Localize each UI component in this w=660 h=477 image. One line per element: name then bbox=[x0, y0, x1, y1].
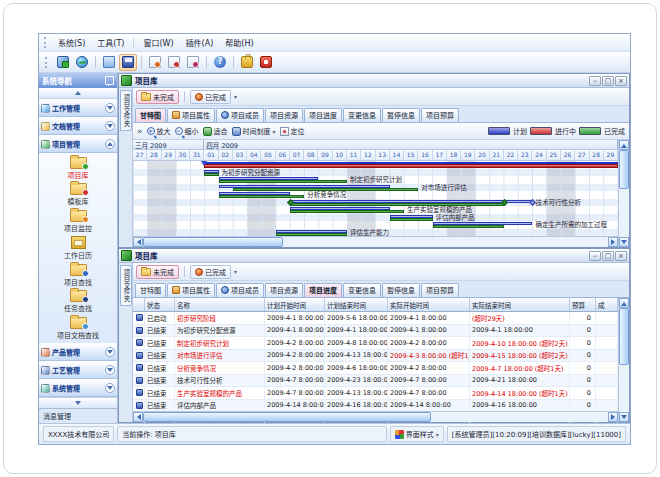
sidebar-section-4[interactable]: 工艺管理 bbox=[39, 361, 117, 379]
sidebar-section-3[interactable]: 产品管理 bbox=[39, 343, 117, 361]
filter-未完成-button[interactable]: 未完成 bbox=[136, 90, 179, 104]
scrollbar-thumb[interactable] bbox=[143, 412, 431, 422]
tab-项目进度[interactable]: 项目进度 bbox=[304, 283, 342, 297]
project-folder-tab[interactable]: 项目文件夹 bbox=[120, 265, 132, 306]
exit-button[interactable] bbox=[257, 54, 275, 71]
scrollbar-thumb[interactable] bbox=[619, 308, 629, 365]
gantt-zoom-out-button[interactable]: −缩小 bbox=[175, 126, 199, 136]
scroll-left-button[interactable] bbox=[133, 237, 143, 247]
gantt-task-row[interactable]: 生产实验室规模的产品 bbox=[133, 206, 618, 214]
scroll-left-button[interactable] bbox=[133, 412, 143, 422]
pin-icon[interactable] bbox=[105, 76, 114, 85]
column-header[interactable]: 实际开始时间 bbox=[388, 298, 470, 311]
help-button[interactable] bbox=[211, 54, 229, 71]
gantt-task-row[interactable]: 制定初步研究计划 bbox=[133, 176, 618, 184]
filter-未完成-button[interactable]: 未完成 bbox=[136, 265, 179, 279]
table-window-titlebar[interactable]: 项目库 ‒ □ × bbox=[119, 249, 629, 263]
gantt-task-row[interactable]: 为初步研究分配资源 bbox=[133, 169, 618, 177]
tab-暂停信息[interactable]: 暂停信息 bbox=[382, 283, 420, 297]
gantt-task-row[interactable] bbox=[133, 161, 618, 169]
tab-项目进度[interactable]: 项目进度 bbox=[304, 108, 342, 122]
table-row[interactable]: 已结束生产实验室规模的产品2009-4-7 8:00:002009-4-13 1… bbox=[133, 387, 618, 400]
system-button[interactable] bbox=[54, 54, 72, 71]
tab-项目属性[interactable]: 项目属性 bbox=[167, 108, 215, 122]
toolbar-grip[interactable] bbox=[44, 37, 49, 48]
tab-变更信息[interactable]: 变更信息 bbox=[343, 283, 381, 297]
gantt-task-row[interactable]: 确定生产所需的加工过程 bbox=[133, 221, 618, 229]
tab-甘特图[interactable]: 甘特图 bbox=[135, 283, 166, 297]
gantt-canvas[interactable]: 为初步研究分配资源制定初步研究计划对市场进行评估分析竞争情况技术可行性分析生产实… bbox=[133, 161, 618, 236]
section-toggle-button[interactable] bbox=[105, 121, 115, 131]
sidebar-item-模板库[interactable]: 模板库 bbox=[68, 183, 89, 206]
scroll-right-button[interactable] bbox=[608, 412, 618, 422]
sidebar-overflow-button[interactable] bbox=[39, 397, 117, 408]
table-row[interactable]: 已结束制定初步研究计划2009-4-2 8:00:002009-4-8 18:0… bbox=[133, 337, 618, 350]
maximize-button[interactable]: □ bbox=[602, 251, 614, 261]
ui-style-selector[interactable]: 界面样式 ▾ bbox=[390, 426, 444, 442]
menu-item-0[interactable]: 系统(S) bbox=[52, 35, 91, 50]
column-header[interactable] bbox=[133, 298, 145, 311]
minimize-button[interactable]: ‒ bbox=[589, 251, 601, 261]
sidebar-item-工作日历[interactable]: 工作日历 bbox=[64, 236, 92, 260]
tab-项目属性[interactable]: 项目属性 bbox=[167, 283, 215, 297]
open-folder-button[interactable] bbox=[100, 54, 118, 71]
gantt-task-row[interactable]: 评估生产能力 bbox=[133, 229, 618, 237]
filter-已完成-button[interactable]: 已完成 bbox=[190, 265, 231, 279]
tab-项目成员[interactable]: 项目成员 bbox=[216, 108, 264, 122]
gantt-horizontal-scrollbar[interactable] bbox=[133, 236, 618, 247]
overflow-chevron-icon[interactable]: » bbox=[137, 127, 143, 136]
sidebar-section-0[interactable]: 工作管理 bbox=[39, 99, 117, 117]
gantt-task-row[interactable]: 评估内部产品 bbox=[133, 214, 618, 222]
tab-暂停信息[interactable]: 暂停信息 bbox=[382, 108, 420, 122]
sidebar-item-项目监控[interactable]: 项目监控 bbox=[64, 210, 92, 233]
gantt-locate-button[interactable]: 定位 bbox=[280, 126, 305, 136]
scrollbar-thumb[interactable] bbox=[143, 237, 283, 247]
tab-甘特图[interactable]: 甘特图 bbox=[135, 108, 166, 122]
gantt-task-row[interactable]: 分析竞争情况 bbox=[133, 191, 618, 199]
overflow-chevron-icon[interactable]: ▾ bbox=[234, 268, 237, 275]
sidebar-item-任务查找[interactable]: 任务查找 bbox=[64, 290, 92, 313]
table-horizontal-scrollbar[interactable] bbox=[133, 411, 618, 422]
gantt-vertical-scrollbar[interactable] bbox=[618, 140, 629, 247]
report-1-button[interactable] bbox=[146, 54, 164, 71]
table-row[interactable]: 已结束为初步研究分配资源2009-4-1 8:00:002009-4-1 18:… bbox=[133, 325, 618, 338]
section-toggle-button[interactable] bbox=[105, 347, 115, 357]
minimize-button[interactable]: ‒ bbox=[589, 76, 601, 86]
sidebar-section-5[interactable]: 系统管理 bbox=[39, 379, 117, 397]
table-vertical-scrollbar[interactable] bbox=[618, 298, 629, 422]
scroll-right-button[interactable] bbox=[608, 237, 618, 247]
menu-item-3[interactable]: 插件(A) bbox=[180, 35, 220, 50]
scroll-down-button[interactable] bbox=[619, 237, 629, 247]
gantt-fit-button[interactable]: 适合 bbox=[203, 126, 228, 136]
table-row[interactable]: 已结束对市场进行评估2009-4-2 8:00:002009-4-13 18:0… bbox=[133, 350, 618, 363]
sidebar-collapse-button[interactable] bbox=[39, 88, 117, 99]
gantt-task-row[interactable]: 对市场进行评估 bbox=[133, 184, 618, 192]
menu-item-4[interactable]: 帮助(H) bbox=[219, 35, 259, 50]
table-row[interactable]: 已启动初步研究阶段2009-4-1 8:00:002009-5-6 18:00:… bbox=[133, 312, 618, 325]
gantt-window-titlebar[interactable]: 项目库 ‒ □ × bbox=[119, 74, 629, 88]
message-management-tab[interactable]: 消息管理 bbox=[39, 408, 117, 423]
menu-item-2[interactable]: 窗口(W) bbox=[137, 35, 179, 50]
close-button[interactable]: × bbox=[615, 251, 627, 261]
section-toggle-button[interactable] bbox=[105, 365, 115, 375]
tab-项目成员[interactable]: 项目成员 bbox=[216, 283, 264, 297]
sidebar-section-1[interactable]: 文档管理 bbox=[39, 117, 117, 135]
column-header[interactable]: 名称 bbox=[175, 298, 265, 311]
column-header[interactable]: 成 bbox=[596, 298, 618, 311]
scroll-up-button[interactable] bbox=[619, 140, 629, 150]
table-row[interactable]: 已结束技术可行性分析2009-4-7 8:00:002009-4-23 18:0… bbox=[133, 375, 618, 388]
column-header[interactable]: 计划开始时间 bbox=[265, 298, 325, 311]
close-button[interactable]: × bbox=[615, 76, 627, 86]
menu-item-1[interactable]: 工具(T) bbox=[91, 35, 130, 50]
section-toggle-button[interactable] bbox=[105, 383, 115, 393]
report-3-button[interactable] bbox=[184, 54, 202, 71]
table-row[interactable]: 已结束分析竞争情况2009-4-2 8:00:002009-4-6 18:00:… bbox=[133, 362, 618, 375]
tab-项目资源[interactable]: 项目资源 bbox=[265, 108, 303, 122]
gantt-zoom-in-button[interactable]: +放大 bbox=[147, 126, 171, 136]
column-header[interactable]: 状态 bbox=[145, 298, 175, 311]
save-button[interactable] bbox=[119, 54, 137, 71]
gantt-timescale-button[interactable]: 时间刻度▾ bbox=[232, 126, 276, 136]
tab-变更信息[interactable]: 变更信息 bbox=[343, 108, 381, 122]
section-toggle-button[interactable] bbox=[105, 103, 115, 113]
column-header[interactable]: 预算 bbox=[570, 298, 596, 311]
